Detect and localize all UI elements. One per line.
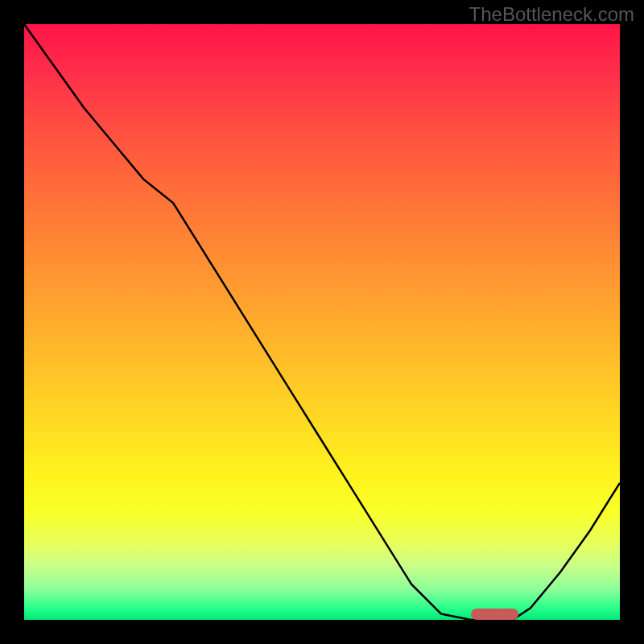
optimal-range-marker <box>471 609 518 620</box>
bottleneck-curve <box>24 24 620 620</box>
plot-area <box>24 24 620 620</box>
watermark-text: TheBottleneck.com <box>469 3 634 26</box>
